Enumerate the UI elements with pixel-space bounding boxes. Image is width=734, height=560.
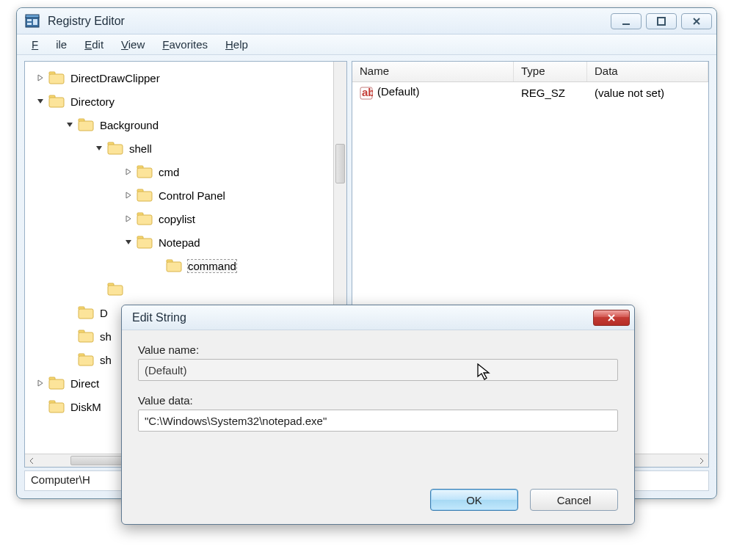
menu-edit[interactable]: Edit <box>76 36 112 53</box>
cell-name: ab (Default) <box>352 84 514 101</box>
svg-rect-22 <box>137 239 152 248</box>
window-title: Registry Editor <box>48 15 611 28</box>
tree-node-command[interactable]: command <box>25 254 346 277</box>
svg-rect-10 <box>49 98 64 107</box>
column-header-type[interactable]: Type <box>514 62 587 81</box>
folder-icon <box>48 94 65 109</box>
value-name-label: Value name: <box>138 343 618 356</box>
value-data-label: Value data: <box>138 394 618 407</box>
value-data-input[interactable] <box>138 410 618 432</box>
svg-rect-6 <box>658 18 665 25</box>
menubar: File Edit View Favorites Help <box>17 34 716 55</box>
svg-rect-1 <box>26 15 39 18</box>
svg-rect-14 <box>108 145 123 154</box>
value-name-input[interactable] <box>138 359 618 381</box>
cell-type: REG_SZ <box>514 85 587 101</box>
svg-rect-8 <box>49 74 64 84</box>
tree-label: sh <box>100 330 112 343</box>
ok-button[interactable]: OK <box>430 489 518 511</box>
folder-icon <box>137 188 153 203</box>
list-row[interactable]: ab (Default) REG_SZ (value not set) <box>352 82 708 103</box>
folder-icon <box>48 376 65 390</box>
value-name-text: (Default) <box>377 85 420 98</box>
cell-data: (value not set) <box>587 85 708 101</box>
svg-rect-28 <box>79 309 93 319</box>
window-controls <box>611 13 712 29</box>
tree-label: D <box>100 307 108 319</box>
tree-label: Directory <box>70 95 115 108</box>
tree-label-selected: command <box>188 260 236 272</box>
close-button[interactable] <box>681 13 712 29</box>
expander-expanded-icon[interactable] <box>65 120 75 130</box>
expander-collapsed-icon[interactable] <box>35 73 46 83</box>
expander-collapsed-icon[interactable] <box>35 378 46 388</box>
expander-collapsed-icon[interactable] <box>123 190 134 200</box>
svg-rect-36 <box>49 403 64 412</box>
folder-icon <box>137 235 153 250</box>
tree-label: Direct <box>70 377 99 390</box>
folder-icon <box>137 211 153 226</box>
titlebar[interactable]: Registry Editor <box>17 8 716 34</box>
folder-icon <box>78 305 94 320</box>
folder-icon <box>78 352 94 367</box>
tree-label: DirectDrawClipper <box>70 72 160 84</box>
tree-node-directdrawclipper[interactable]: DirectDrawClipper <box>25 66 346 90</box>
menu-view[interactable]: View <box>112 36 153 53</box>
tree-label: cmd <box>159 166 179 178</box>
folder-icon <box>107 141 123 156</box>
tree-label: Control Panel <box>159 189 225 202</box>
svg-rect-30 <box>79 332 93 342</box>
tree-node-notepad[interactable]: Notepad <box>25 230 346 254</box>
folder-icon <box>78 117 94 132</box>
column-header-data[interactable]: Data <box>587 62 708 81</box>
folder-icon <box>107 282 123 297</box>
tree-node-shell[interactable]: shell <box>25 137 346 160</box>
tree-label: shell <box>129 142 152 155</box>
menu-help[interactable]: Help <box>217 36 257 53</box>
scroll-right-icon[interactable] <box>695 454 708 467</box>
expander-expanded-icon[interactable] <box>35 96 46 106</box>
app-icon <box>24 13 40 29</box>
column-header-name[interactable]: Name <box>352 62 514 81</box>
tree-label: copylist <box>159 213 195 225</box>
tree-node-background[interactable]: Background <box>25 113 346 137</box>
edit-string-dialog: Edit String Value name: Value data: OK C… <box>121 305 635 525</box>
expander-collapsed-icon[interactable] <box>123 214 134 224</box>
cancel-button[interactable]: Cancel <box>530 489 618 511</box>
minimize-button[interactable] <box>611 13 642 29</box>
dialog-titlebar[interactable]: Edit String <box>122 305 634 330</box>
tree-node-cmd[interactable]: cmd <box>25 160 346 183</box>
svg-text:ab: ab <box>362 87 373 98</box>
dialog-title: Edit String <box>132 311 593 324</box>
dialog-close-button[interactable] <box>593 310 630 326</box>
folder-icon <box>166 258 182 273</box>
svg-rect-12 <box>79 121 93 131</box>
svg-rect-20 <box>137 215 152 225</box>
status-path: Computer\H <box>31 473 90 486</box>
tree-label: sh <box>100 354 112 366</box>
scroll-left-icon[interactable] <box>25 454 38 467</box>
svg-rect-32 <box>79 356 93 366</box>
tree-node-copylist[interactable]: copylist <box>25 207 346 230</box>
svg-rect-16 <box>137 168 152 178</box>
svg-rect-34 <box>49 379 64 389</box>
expander-expanded-icon[interactable] <box>123 237 134 247</box>
tree-node-directory[interactable]: Directory <box>25 90 346 113</box>
expander-expanded-icon[interactable] <box>94 143 104 153</box>
folder-icon <box>137 164 153 179</box>
dialog-body: Value name: Value data: <box>122 330 634 432</box>
tree-node-truncated[interactable] <box>25 277 346 301</box>
expander-collapsed-icon[interactable] <box>123 167 134 177</box>
svg-rect-18 <box>137 192 152 201</box>
list-header[interactable]: Name Type Data <box>352 62 708 82</box>
svg-rect-4 <box>33 19 37 25</box>
tree-label: Background <box>100 119 159 131</box>
svg-rect-2 <box>27 19 32 21</box>
folder-icon <box>48 399 65 414</box>
menu-favorites[interactable]: Favorites <box>153 36 217 53</box>
scrollbar-thumb[interactable] <box>335 144 345 183</box>
menu-file[interactable]: File <box>23 36 76 53</box>
maximize-button[interactable] <box>646 13 677 29</box>
svg-rect-24 <box>167 262 181 272</box>
tree-node-control-panel[interactable]: Control Panel <box>25 183 346 207</box>
